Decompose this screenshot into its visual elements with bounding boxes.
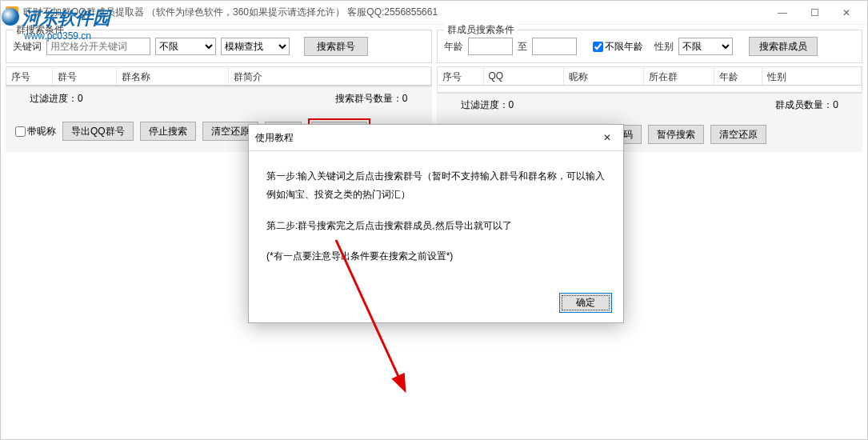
age-from-input[interactable] xyxy=(468,38,513,55)
member-table-header: 序号 QQ 昵称 所在群 年龄 性别 xyxy=(437,66,863,86)
group-count-value: 0 xyxy=(402,93,408,104)
filter-progress-value: 0 xyxy=(509,99,514,110)
dialog-body: 第一步:输入关键词之后点击搜索群号（暂时不支持输入群号和群名称，可以输入例如淘宝… xyxy=(249,151,623,286)
maximize-button[interactable]: ☐ xyxy=(798,2,830,24)
col-group-name[interactable]: 群名称 xyxy=(117,67,229,85)
col-qq[interactable]: QQ xyxy=(484,67,564,85)
dialog-title: 使用教程 xyxy=(255,131,598,145)
col-age[interactable]: 年龄 xyxy=(714,67,762,85)
filter-progress-value: 0 xyxy=(78,93,83,104)
col-group-desc[interactable]: 群简介 xyxy=(229,67,431,85)
col-index[interactable]: 序号 xyxy=(438,67,484,85)
member-search-conditions: 群成员搜索条件 年龄 至 不限年龄 性别 不限 搜索群成员 xyxy=(437,30,863,63)
group-table-header: 序号 群号 群名称 群简介 xyxy=(6,66,432,86)
no-age-limit-checkbox[interactable]: 不限年龄 xyxy=(593,40,643,54)
col-nickname[interactable]: 昵称 xyxy=(564,67,644,85)
keyword-input[interactable] xyxy=(46,38,150,55)
limit-select[interactable]: 不限 xyxy=(155,38,216,55)
clear-reset-button[interactable]: 清空还原 xyxy=(710,125,766,144)
col-in-group[interactable]: 所在群 xyxy=(644,67,714,85)
stop-search-button[interactable]: 停止搜索 xyxy=(140,122,196,141)
tutorial-step-1: 第一步:输入关键词之后点击搜索群号（暂时不支持输入群号和群名称，可以输入例如淘宝… xyxy=(266,167,606,204)
group-status-row: 过滤进度：0 搜索群号数量：0 xyxy=(6,86,432,110)
to-label: 至 xyxy=(518,40,527,54)
nickname-checkbox[interactable]: 带昵称 xyxy=(15,125,56,138)
col-index[interactable]: 序号 xyxy=(6,67,53,85)
gender-select[interactable]: 不限 xyxy=(678,38,733,55)
group-count-label: 搜索群号数量： xyxy=(335,93,402,104)
member-count-label: 群成员数量： xyxy=(775,99,833,110)
export-groups-button[interactable]: 导出QQ群号 xyxy=(62,122,134,141)
search-members-button[interactable]: 搜索群成员 xyxy=(749,37,818,56)
member-count-value: 0 xyxy=(833,99,838,110)
dialog-close-button[interactable]: ✕ xyxy=(598,130,617,146)
filter-progress-label: 过滤进度： xyxy=(461,99,509,110)
filter-progress-label: 过滤进度： xyxy=(30,93,78,104)
pause-search-button[interactable]: 暂停搜索 xyxy=(648,125,704,144)
dialog-titlebar: 使用教程 ✕ xyxy=(249,125,623,151)
col-gender[interactable]: 性别 xyxy=(762,67,862,85)
titlebar: 旺财不加群QQ群成员提取器 （软件为绿色软件，360如果提示请选择允许） 客服Q… xyxy=(1,1,867,25)
tutorial-dialog: 使用教程 ✕ 第一步:输入关键词之后点击搜索群号（暂时不支持输入群号和群名称，可… xyxy=(248,124,624,323)
groupbox-title: 群搜索条件 xyxy=(13,23,67,37)
groupbox-title: 群成员搜索条件 xyxy=(444,23,518,37)
dialog-ok-button[interactable]: 确定 xyxy=(559,293,612,313)
member-status-row: 过滤进度：0 群成员数量：0 xyxy=(437,93,863,117)
keyword-label: 关键词 xyxy=(13,40,42,54)
age-to-input[interactable] xyxy=(532,38,577,55)
match-select[interactable]: 模糊查找 xyxy=(221,38,290,55)
close-button[interactable]: ✕ xyxy=(830,2,862,24)
app-icon xyxy=(6,6,18,19)
group-search-conditions: 群搜索条件 关键词 不限 模糊查找 搜索群号 xyxy=(6,30,432,63)
tutorial-step-2: 第二步:群号搜索完之后点击搜索群成员,然后导出就可以了 xyxy=(266,217,606,235)
age-label: 年龄 xyxy=(444,40,463,54)
col-group-id[interactable]: 群号 xyxy=(53,67,117,85)
window-title: 旺财不加群QQ群成员提取器 （软件为绿色软件，360如果提示请选择允许） 客服Q… xyxy=(23,6,766,19)
tutorial-note: (*有一点要注意导出条件要在搜索之前设置*) xyxy=(266,247,606,266)
member-table-body[interactable] xyxy=(437,86,863,93)
minimize-button[interactable]: — xyxy=(766,2,798,24)
gender-label: 性别 xyxy=(654,40,674,54)
search-groups-button[interactable]: 搜索群号 xyxy=(304,37,368,56)
